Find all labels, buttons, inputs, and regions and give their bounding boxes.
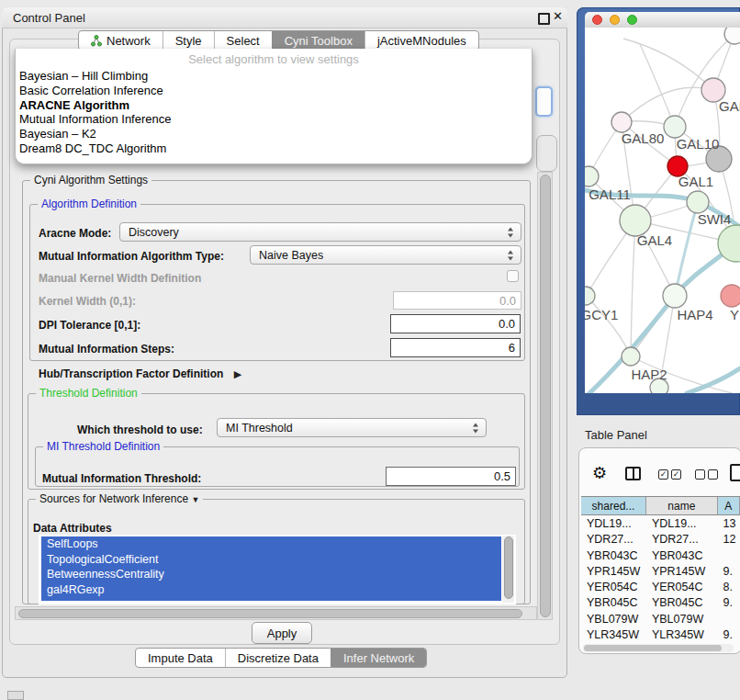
table-cell bbox=[718, 548, 740, 564]
table-row[interactable]: YBR043CYBR043C bbox=[581, 548, 740, 564]
collapsed-arrow-icon: ▶ bbox=[234, 368, 241, 379]
table-cell: YDL19... bbox=[581, 516, 646, 532]
algorithm-option-basic-correlation-inference[interactable]: Basic Correlation Inference bbox=[16, 84, 532, 98]
table-cell: 8. bbox=[718, 580, 740, 595]
table-row[interactable]: YBR045CYBR045C9. bbox=[581, 595, 740, 611]
export-table-icon[interactable] bbox=[730, 464, 740, 481]
horizontal-scrollbar-thumb[interactable] bbox=[18, 609, 522, 618]
bottom-tab-impute-data-label: Impute Data bbox=[148, 651, 213, 665]
network-node[interactable] bbox=[721, 285, 740, 307]
bottom-tab-infer-network-label: Infer Network bbox=[343, 651, 414, 665]
which-threshold-label: Which threshold to use: bbox=[77, 423, 203, 436]
network-node[interactable] bbox=[622, 347, 640, 366]
tab-network-label: Network bbox=[107, 34, 151, 48]
mi-algorithm-type-select[interactable]: Naive Bayes bbox=[250, 245, 521, 265]
float-window-icon[interactable] bbox=[538, 13, 550, 25]
attribute-item-gal4rgexp[interactable]: gal4RGexp bbox=[41, 582, 501, 598]
network-icon bbox=[91, 35, 102, 47]
sources-title[interactable]: Sources for Network Inference ▼ bbox=[36, 492, 203, 505]
list-vertical-scrollbar[interactable] bbox=[502, 536, 514, 603]
table-scrollbar-thumb[interactable] bbox=[584, 645, 722, 651]
manual-kernel-checkbox[interactable] bbox=[507, 270, 519, 282]
column-header-a[interactable]: A bbox=[718, 497, 740, 514]
table-row[interactable]: YDR27...YDR27...12 bbox=[581, 532, 740, 548]
algorithm-option-mutual-information-inference[interactable]: Mutual Information Inference bbox=[16, 112, 532, 127]
network-node[interactable] bbox=[585, 166, 599, 186]
table-cell: YBL079W bbox=[646, 612, 718, 627]
table-row[interactable]: YLR345WYLR345W9. bbox=[581, 627, 740, 643]
network-canvas[interactable]: GALGAL80GAL10GAL1GAL11SWI4GAL4GCY1HAP4YH… bbox=[585, 28, 740, 393]
minimize-traffic-light-icon[interactable] bbox=[610, 15, 620, 25]
bottom-tab-infer-network[interactable]: Infer Network bbox=[331, 649, 426, 667]
network-node-label: GAL bbox=[719, 98, 740, 114]
algorithm-option-aracne-algorithm[interactable]: ARACNE Algorithm bbox=[16, 98, 532, 113]
hub-definition-toggle[interactable]: Hub/Transcription Factor Definition ▶ bbox=[39, 367, 241, 380]
control-panel-title: Control Panel bbox=[13, 11, 85, 25]
list-scrollbar-thumb[interactable] bbox=[504, 536, 513, 599]
table-cell: YBR045C bbox=[581, 595, 646, 611]
algorithm-option-bayesian-hill-climbing[interactable]: Bayesian – Hill Climbing bbox=[16, 69, 532, 84]
column-layout-icon[interactable] bbox=[625, 467, 641, 480]
aracne-mode-value: Discovery bbox=[120, 226, 179, 239]
kernel-width-field[interactable] bbox=[393, 291, 521, 310]
algorithm-option-bayesian-k2[interactable]: Bayesian – K2 bbox=[16, 127, 532, 141]
algorithm-option-dream8-dc-tdc-algorithm[interactable]: Dream8 DC_TDC Algorithm bbox=[16, 141, 532, 156]
dpi-tolerance-field[interactable] bbox=[390, 314, 521, 333]
bottom-tab-discretize-data[interactable]: Discretize Data bbox=[225, 649, 331, 667]
tab-select[interactable]: Select bbox=[214, 31, 272, 50]
table-row[interactable]: YDL19...YDL19...13 bbox=[581, 516, 740, 532]
data-attributes-selection: SelfLoopsTopologicalCoefficientBetweenne… bbox=[41, 536, 501, 601]
network-node-label: HAP2 bbox=[631, 367, 667, 382]
control-panel-titlebar[interactable] bbox=[2, 7, 567, 28]
network-node[interactable] bbox=[687, 191, 709, 213]
minimized-panel-icon[interactable] bbox=[7, 691, 24, 700]
attribute-item-topologicalcoefficient[interactable]: TopologicalCoefficient bbox=[41, 552, 501, 568]
table-cell: YDR27... bbox=[581, 532, 646, 548]
column-header-shared[interactable]: shared... bbox=[581, 497, 646, 514]
cyni-algorithm-settings-title: Cyni Algorithm Settings bbox=[30, 174, 151, 186]
deselect-all-icon[interactable] bbox=[708, 469, 718, 480]
close-traffic-light-icon[interactable] bbox=[592, 15, 602, 25]
network-window-titlebar[interactable] bbox=[585, 12, 740, 28]
column-header-name[interactable]: name bbox=[646, 497, 718, 514]
data-attributes-list[interactable]: SelfLoopsTopologicalCoefficientBetweenne… bbox=[39, 535, 516, 604]
table-row[interactable]: YPR145WYPR145W9. bbox=[581, 564, 740, 580]
tab-cyni-toolbox[interactable]: Cyni Toolbox bbox=[272, 31, 364, 50]
which-threshold-select[interactable]: MI Threshold bbox=[217, 418, 487, 437]
settings-horizontal-scrollbar[interactable] bbox=[15, 606, 537, 620]
network-node[interactable] bbox=[620, 205, 651, 236]
expanded-arrow-icon: ▼ bbox=[191, 495, 199, 504]
deselect-all-icon[interactable] bbox=[695, 469, 705, 480]
settings-vertical-scrollbar[interactable] bbox=[537, 172, 553, 620]
aracne-mode-select[interactable]: Discovery bbox=[119, 222, 521, 242]
table-horizontal-scrollbar[interactable] bbox=[583, 644, 734, 652]
mi-threshold-field[interactable] bbox=[386, 467, 516, 486]
threshold-definition-title: Threshold Definition bbox=[36, 387, 141, 400]
attribute-item-betweennesscentrality[interactable]: BetweennessCentrality bbox=[41, 567, 501, 582]
select-all-check-icon[interactable]: ✓ bbox=[671, 469, 681, 480]
network-node[interactable] bbox=[664, 116, 686, 138]
network-node[interactable] bbox=[585, 287, 595, 305]
table-panel-title: Table Panel bbox=[585, 428, 647, 442]
network-node[interactable] bbox=[611, 112, 632, 132]
vertical-scrollbar-thumb[interactable] bbox=[540, 175, 551, 617]
network-edge-thick bbox=[687, 368, 740, 393]
zoom-traffic-light-icon[interactable] bbox=[627, 15, 637, 25]
tab-jactivemnodules[interactable]: jActiveMNodules bbox=[364, 31, 478, 50]
select-all-check-icon[interactable]: ✓ bbox=[658, 469, 668, 480]
table-cell: YBR043C bbox=[581, 548, 646, 564]
network-node-label: GAL1 bbox=[678, 174, 713, 189]
gear-icon[interactable]: ⚙ bbox=[592, 463, 607, 483]
close-icon[interactable]: ✕ bbox=[553, 9, 563, 23]
table-row[interactable]: YBL079WYBL079W bbox=[581, 612, 740, 627]
network-node[interactable] bbox=[663, 284, 687, 308]
mi-steps-field[interactable] bbox=[390, 338, 521, 357]
attribute-item-selfloops[interactable]: SelfLoops bbox=[41, 536, 501, 552]
bottom-tab-impute-data[interactable]: Impute Data bbox=[136, 649, 225, 667]
tab-cyni-toolbox-label: Cyni Toolbox bbox=[285, 34, 353, 48]
tab-style[interactable]: Style bbox=[163, 31, 214, 50]
apply-button[interactable]: Apply bbox=[252, 622, 312, 644]
tab-network[interactable]: Network bbox=[79, 31, 163, 50]
table-row[interactable]: YER054CYER054C8. bbox=[581, 580, 740, 595]
tab-jactivemnodules-label: jActiveMNodules bbox=[377, 34, 466, 48]
